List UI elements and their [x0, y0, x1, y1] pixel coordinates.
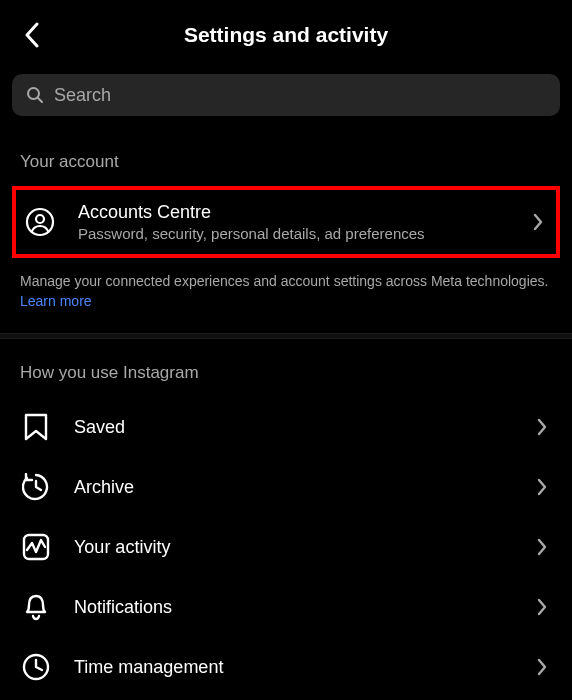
archive-icon [22, 473, 50, 501]
meta-note: Manage your connected experiences and ac… [0, 258, 572, 333]
chevron-left-icon [24, 22, 40, 48]
search-icon [26, 86, 44, 104]
svg-line-1 [38, 98, 42, 102]
row-title: Time management [74, 657, 510, 678]
row-your-activity[interactable]: Your activity [0, 517, 572, 577]
meta-note-text: Manage your connected experiences and ac… [20, 273, 548, 289]
chevron-right-icon [537, 538, 547, 556]
section-label-usage: How you use Instagram [0, 339, 572, 397]
back-button[interactable] [12, 15, 52, 55]
chevron-right-icon [537, 478, 547, 496]
search-container [0, 70, 572, 128]
chevron-right-icon [537, 418, 547, 436]
row-notifications[interactable]: Notifications [0, 577, 572, 637]
page-title: Settings and activity [0, 23, 572, 47]
row-title: Archive [74, 477, 510, 498]
chevron-right-icon [537, 658, 547, 676]
bookmark-icon [23, 413, 49, 441]
learn-more-link[interactable]: Learn more [20, 293, 92, 309]
row-title: Your activity [74, 537, 510, 558]
row-title: Notifications [74, 597, 510, 618]
header: Settings and activity [0, 0, 572, 70]
svg-point-3 [36, 215, 44, 223]
search-input[interactable] [54, 85, 546, 106]
search-bar[interactable] [12, 74, 560, 116]
chevron-right-icon [533, 213, 543, 231]
row-archive[interactable]: Archive [0, 457, 572, 517]
bell-icon [23, 593, 49, 621]
row-saved[interactable]: Saved [0, 397, 572, 457]
section-label-account: Your account [0, 128, 572, 186]
person-circle-icon [25, 207, 55, 237]
row-time-management[interactable]: Time management [0, 637, 572, 697]
row-title: Saved [74, 417, 510, 438]
clock-icon [22, 653, 50, 681]
row-title: Accounts Centre [78, 202, 506, 223]
activity-icon [22, 533, 50, 561]
row-subtitle: Password, security, personal details, ad… [78, 225, 506, 242]
row-accounts-centre[interactable]: Accounts Centre Password, security, pers… [12, 186, 560, 258]
chevron-right-icon [537, 598, 547, 616]
